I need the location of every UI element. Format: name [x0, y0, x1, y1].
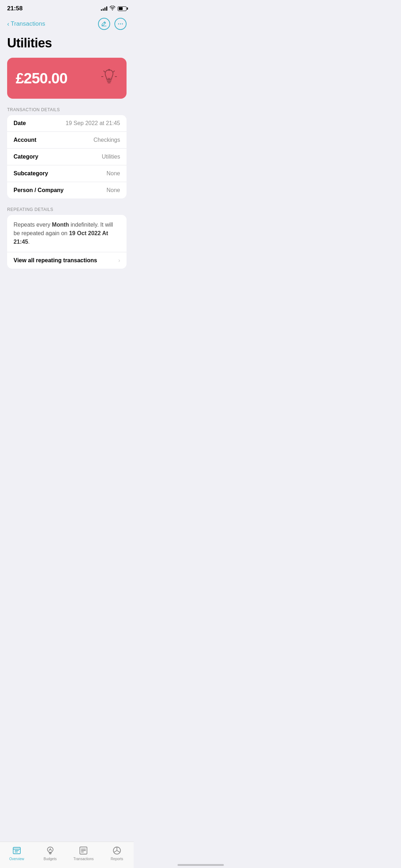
page-title: Utilities: [0, 34, 134, 58]
detail-label-person-company: Person / Company: [14, 187, 63, 193]
signal-bars-icon: [101, 6, 107, 11]
svg-line-7: [113, 71, 114, 72]
detail-label-category: Category: [14, 154, 38, 160]
transaction-details-card: Date 19 Sep 2022 at 21:45 Account Checki…: [7, 115, 127, 198]
detail-value-subcategory: None: [107, 170, 120, 177]
back-chevron-icon: ‹: [7, 20, 9, 28]
detail-value-date: 19 Sep 2022 at 21:45: [66, 120, 120, 126]
repeating-text-pre: Repeats every: [14, 222, 52, 228]
svg-point-5: [122, 24, 123, 25]
detail-label-subcategory: Subcategory: [14, 170, 48, 177]
edit-button[interactable]: [98, 18, 110, 30]
repeating-details-label: REPEATING DETAILS: [0, 207, 134, 215]
repeating-text: Repeats every Month indefinitely. It wil…: [7, 215, 127, 252]
transaction-details-label: TRANSACTION DETAILS: [0, 107, 134, 115]
nav-actions: [98, 18, 127, 30]
repeating-text-post: .: [28, 239, 30, 245]
detail-label-account: Account: [14, 137, 36, 143]
detail-row-account: Account Checkings: [7, 132, 127, 149]
detail-label-date: Date: [14, 120, 26, 126]
back-button[interactable]: ‹ Transactions: [7, 20, 45, 28]
view-repeating-label: View all repeating transactions: [14, 257, 97, 264]
detail-value-category: Utilities: [102, 154, 120, 160]
detail-row-subcategory: Subcategory None: [7, 165, 127, 182]
battery-icon: [118, 6, 127, 11]
status-time: 21:58: [7, 5, 22, 12]
status-bar: 21:58: [0, 0, 134, 15]
chevron-right-icon: ›: [118, 257, 120, 264]
back-label: Transactions: [11, 20, 45, 27]
svg-line-9: [104, 71, 105, 72]
wifi-icon: [109, 6, 115, 11]
svg-point-0: [112, 10, 113, 10]
svg-point-3: [118, 24, 119, 25]
detail-row-date: Date 19 Sep 2022 at 21:45: [7, 115, 127, 132]
status-icons: [101, 6, 127, 11]
nav-bar: ‹ Transactions: [0, 15, 134, 34]
svg-point-4: [120, 24, 121, 25]
repeating-bold-month: Month: [52, 222, 69, 228]
lightbulb-icon: [100, 68, 118, 89]
detail-row-person-company: Person / Company None: [7, 182, 127, 198]
view-repeating-row[interactable]: View all repeating transactions ›: [7, 252, 127, 269]
detail-row-category: Category Utilities: [7, 149, 127, 165]
detail-value-person-company: None: [107, 187, 120, 193]
more-button[interactable]: [114, 18, 127, 30]
amount-value: £250.00: [16, 70, 67, 87]
repeating-details-card: Repeats every Month indefinitely. It wil…: [7, 215, 127, 269]
detail-value-account: Checkings: [93, 137, 120, 143]
amount-card: £250.00: [7, 58, 127, 99]
